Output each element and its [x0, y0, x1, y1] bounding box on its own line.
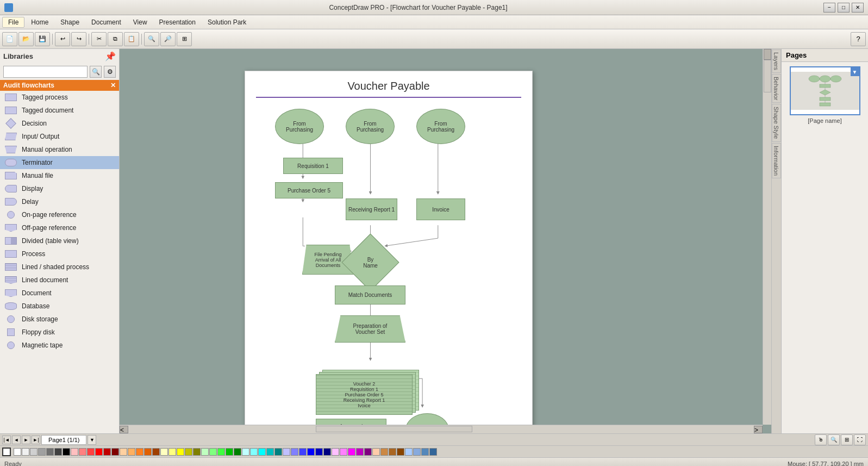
color-swatch[interactable]	[274, 448, 282, 456]
color-swatch[interactable]	[405, 448, 413, 456]
h-scrollbar[interactable]: < >	[120, 425, 763, 433]
color-swatch[interactable]	[266, 448, 274, 456]
color-swatch[interactable]	[54, 448, 62, 456]
sidebar-item-floppy-disk[interactable]: Floppy disk	[0, 326, 119, 339]
sidebar-item-tagged-process[interactable]: Tagged process	[0, 91, 119, 104]
toolbar-fit[interactable]: ⊞	[177, 32, 192, 46]
color-swatch[interactable]	[128, 448, 135, 456]
maximize-button[interactable]: □	[838, 3, 850, 13]
sidebar-item-magnetic-tape[interactable]: Magnetic tape	[0, 339, 119, 352]
page-thumb-1[interactable]: ▼	[790, 66, 860, 115]
sidebar-item-display[interactable]: Display	[0, 182, 119, 195]
color-swatch[interactable]	[372, 448, 380, 456]
v-scroll-up[interactable]	[764, 49, 771, 60]
page-thumb-expand[interactable]: ▼	[851, 67, 859, 76]
color-swatch[interactable]	[111, 448, 119, 456]
shape-rr1[interactable]: Receiving Report 1	[346, 198, 397, 220]
color-swatch[interactable]	[283, 448, 290, 456]
sidebar-item-onpage-ref[interactable]: On-page reference	[0, 208, 119, 221]
menu-solution-park[interactable]: Solution Park	[202, 17, 252, 27]
color-swatch[interactable]	[429, 448, 437, 456]
sidebar-item-io[interactable]: Input/ Output	[0, 130, 119, 143]
sidebar-item-document[interactable]: Document	[0, 287, 119, 300]
toolbar-help[interactable]: ?	[851, 32, 866, 46]
shape-req1[interactable]: Requisition 1	[283, 158, 343, 174]
color-swatch[interactable]	[95, 448, 103, 456]
zoom-select[interactable]: 🖱	[815, 434, 827, 445]
color-swatch[interactable]	[307, 448, 315, 456]
sidebar-item-lined-shaded[interactable]: Lined / shaded process	[0, 260, 119, 274]
toolbar-new[interactable]: 📄	[2, 32, 17, 46]
toolbar-undo[interactable]: ↩	[55, 32, 70, 46]
color-swatch[interactable]	[348, 448, 355, 456]
search-input[interactable]	[3, 66, 88, 78]
close-button[interactable]: ✕	[852, 3, 864, 13]
color-swatch[interactable]	[364, 448, 372, 456]
color-swatch[interactable]	[291, 448, 298, 456]
sidebar-item-decision[interactable]: Decision	[0, 117, 119, 130]
color-swatch[interactable]	[30, 448, 38, 456]
shape-term1[interactable]: FromPurchasing	[275, 109, 324, 144]
toolbar-cut[interactable]: ✂	[91, 32, 107, 46]
current-color-indicator[interactable]	[2, 448, 11, 456]
toolbar-paste[interactable]: 📋	[124, 32, 139, 46]
toolbar-copy[interactable]: ⧉	[108, 32, 123, 46]
color-swatch[interactable]	[413, 448, 421, 456]
color-swatch[interactable]	[299, 448, 307, 456]
tab-dropdown[interactable]: ▼	[88, 435, 96, 445]
sidebar-item-manual-op[interactable]: Manual operation	[0, 143, 119, 156]
color-swatch[interactable]	[177, 448, 184, 456]
color-swatch[interactable]	[14, 448, 21, 456]
color-swatch[interactable]	[380, 448, 388, 456]
shape-by-name[interactable]: ByName	[350, 242, 391, 283]
color-swatch[interactable]	[46, 448, 54, 456]
search-button[interactable]: 🔍	[90, 66, 102, 78]
sidebar-item-tagged-document[interactable]: Tagged document	[0, 104, 119, 117]
color-swatch[interactable]	[152, 448, 160, 456]
toolbar-zoom-out[interactable]: 🔎	[160, 32, 176, 46]
menu-presentation[interactable]: Presentation	[154, 17, 201, 27]
color-swatch[interactable]	[340, 448, 347, 456]
color-swatch[interactable]	[389, 448, 396, 456]
minimize-button[interactable]: −	[823, 3, 835, 13]
color-swatch[interactable]	[201, 448, 209, 456]
toolbar-open[interactable]: 📂	[18, 32, 34, 46]
color-swatch[interactable]	[217, 448, 225, 456]
color-swatch[interactable]	[258, 448, 266, 456]
h-scroll-right[interactable]: >	[754, 426, 763, 433]
sidebar-item-terminator[interactable]: Terminator	[0, 156, 119, 169]
color-swatch[interactable]	[250, 448, 258, 456]
shape-term3[interactable]: FromPurchasing	[416, 109, 465, 144]
tab-nav-prev[interactable]: ◄	[12, 436, 21, 444]
tab-page1[interactable]: Page1 (1/1)	[41, 435, 86, 445]
color-swatch[interactable]	[332, 448, 339, 456]
color-swatch[interactable]	[144, 448, 152, 456]
menu-document[interactable]: Document	[86, 17, 127, 27]
color-swatch[interactable]	[356, 448, 364, 456]
color-swatch[interactable]	[63, 448, 70, 456]
menu-view[interactable]: View	[128, 17, 153, 27]
color-swatch[interactable]	[185, 448, 192, 456]
sidebar-item-database[interactable]: Database	[0, 300, 119, 313]
shape-voucher2-front[interactable]: Voucher 2Requisition 1Purchase Order 5Re…	[316, 374, 413, 415]
color-swatch[interactable]	[71, 448, 78, 456]
h-scroll-left[interactable]: <	[120, 426, 128, 433]
color-swatch[interactable]	[136, 448, 143, 456]
shape-term2[interactable]: FromPurchasing	[346, 109, 395, 144]
menu-file[interactable]: File	[2, 17, 24, 28]
shape-inv1[interactable]: Invoice	[416, 198, 465, 220]
color-swatch[interactable]	[87, 448, 95, 456]
tab-information[interactable]: Information	[772, 143, 781, 178]
sidebar-item-offpage-ref[interactable]: Off-page reference	[0, 221, 119, 234]
color-swatch[interactable]	[160, 448, 168, 456]
color-swatch[interactable]	[315, 448, 323, 456]
color-swatch[interactable]	[120, 448, 127, 456]
tab-shape-style[interactable]: Shape Style	[772, 104, 781, 141]
menu-shape[interactable]: Shape	[55, 17, 85, 27]
color-swatch[interactable]	[226, 448, 233, 456]
v-scroll-thumb[interactable]	[764, 60, 771, 92]
color-swatch[interactable]	[193, 448, 201, 456]
color-swatch[interactable]	[323, 448, 331, 456]
sidebar-pin[interactable]: 📌	[105, 51, 116, 61]
sidebar-item-lined-doc[interactable]: Lined document	[0, 274, 119, 287]
